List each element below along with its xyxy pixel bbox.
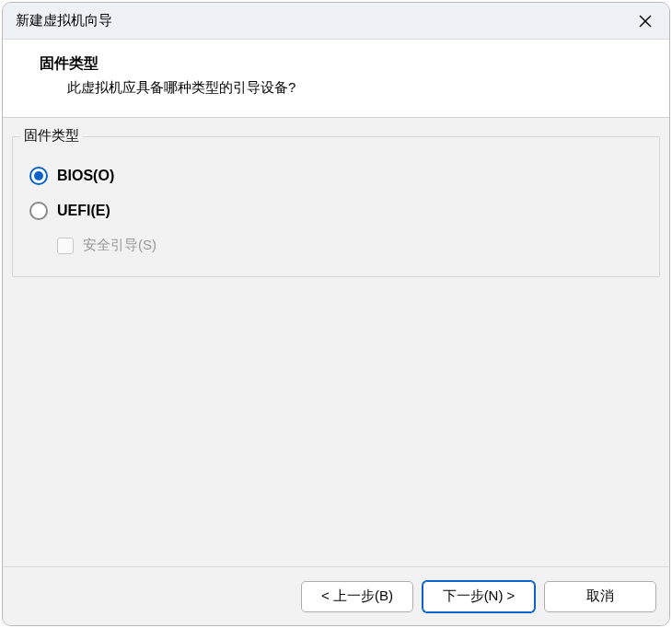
close-button[interactable] xyxy=(631,6,660,36)
radio-label-uefi: UEFI(E) xyxy=(57,203,110,219)
checkbox-icon xyxy=(57,238,74,254)
close-icon xyxy=(639,15,652,28)
radio-icon xyxy=(29,167,48,185)
page-subtitle: 此虚拟机应具备哪种类型的引导设备? xyxy=(67,79,651,97)
header-panel: 固件类型 此虚拟机应具备哪种类型的引导设备? xyxy=(3,40,669,118)
firmware-type-group: 固件类型 BIOS(O) UEFI(E) 安全引导(S) xyxy=(12,136,660,277)
back-button[interactable]: < 上一步(B) xyxy=(301,581,413,612)
radio-icon xyxy=(29,202,48,220)
title-bar: 新建虚拟机向导 xyxy=(3,3,669,40)
next-button[interactable]: 下一步(N) > xyxy=(423,581,535,612)
body-panel: 固件类型 BIOS(O) UEFI(E) 安全引导(S) xyxy=(3,118,669,566)
page-title: 固件类型 xyxy=(40,54,651,74)
cancel-button[interactable]: 取消 xyxy=(544,581,656,612)
checkbox-label-secure-boot: 安全引导(S) xyxy=(83,237,156,254)
radio-label-bios: BIOS(O) xyxy=(57,168,114,184)
checkbox-secure-boot: 安全引导(S) xyxy=(57,237,644,254)
wizard-window: 新建虚拟机向导 固件类型 此虚拟机应具备哪种类型的引导设备? 固件类型 BIOS… xyxy=(2,2,670,626)
window-title: 新建虚拟机向导 xyxy=(16,12,631,29)
footer: < 上一步(B) 下一步(N) > 取消 xyxy=(3,566,669,625)
radio-option-bios[interactable]: BIOS(O) xyxy=(29,167,644,185)
group-legend: 固件类型 xyxy=(20,127,83,145)
radio-option-uefi[interactable]: UEFI(E) xyxy=(29,202,644,220)
